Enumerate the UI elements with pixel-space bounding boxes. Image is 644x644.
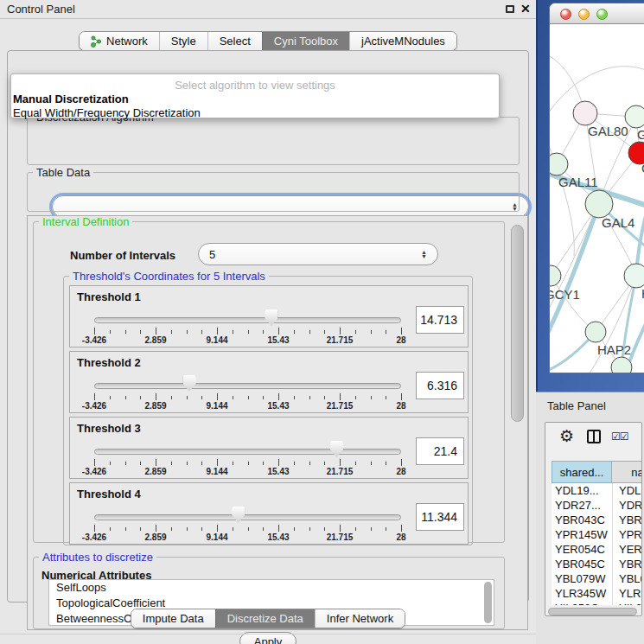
algorithm-hint-option[interactable]: Select algorithm to view settings xyxy=(11,79,499,92)
table-row[interactable]: YBR045CYBR0 xyxy=(552,557,641,571)
tab-jactivemnodules[interactable]: jActiveMNodules xyxy=(349,32,456,50)
table-row[interactable]: YIL052CYIL0 xyxy=(552,601,641,605)
threshold-label: Threshold 1 xyxy=(77,290,141,303)
tick-label: -3.426 xyxy=(82,532,106,542)
scrollbar-thumb[interactable] xyxy=(548,608,637,615)
tick-mark xyxy=(201,462,202,465)
slider-tick-labels: -3.4262.8599.14415.4321.71528 xyxy=(94,467,401,477)
columns-icon[interactable] xyxy=(587,430,601,443)
tick-mark xyxy=(171,527,172,531)
cell-shared-name[interactable]: YBR043C xyxy=(552,513,612,527)
minimize-traffic-light-icon[interactable] xyxy=(578,9,590,20)
cell-name[interactable]: YBR0 xyxy=(612,513,641,527)
checkboxes-icon[interactable]: ☑☑ xyxy=(611,430,628,443)
cell-name[interactable]: YDL1 xyxy=(612,483,641,498)
thresholds-group: Threshold's Coordinates for 5 Intervals … xyxy=(63,276,473,545)
tab-impute-data[interactable]: Impute Data xyxy=(131,609,215,628)
tick-mark xyxy=(355,330,356,334)
cell-shared-name[interactable]: YLR345W xyxy=(552,586,612,601)
network-view-window: GAL80GACGAL11GAL4GCY1HHAP2 xyxy=(549,3,644,373)
slider-handle[interactable] xyxy=(330,441,343,457)
column-header-name[interactable]: na xyxy=(612,461,642,483)
attribute-item-selfloops[interactable]: SelfLoops xyxy=(49,580,494,596)
slider-handle[interactable] xyxy=(265,309,277,326)
cell-name[interactable]: YIL0 xyxy=(612,601,641,605)
threshold-value-field[interactable]: 6.316 xyxy=(416,372,464,399)
tick-mark xyxy=(340,328,341,335)
tab-network[interactable]: Network xyxy=(80,32,159,50)
tab-select[interactable]: Select xyxy=(207,32,262,50)
threshold-value-field[interactable]: 14.713 xyxy=(416,306,464,334)
tick-mark xyxy=(340,459,341,466)
tick-mark xyxy=(233,527,233,531)
cell-name[interactable]: YER0 xyxy=(612,542,641,557)
tab-infer-network[interactable]: Infer Network xyxy=(315,609,405,628)
cell-shared-name[interactable]: YDR27... xyxy=(552,498,612,513)
tick-mark xyxy=(263,462,264,465)
slider-handle[interactable] xyxy=(183,375,196,392)
tab-cyni-toolbox[interactable]: Cyni Toolbox xyxy=(262,32,349,50)
network-node-gal11[interactable] xyxy=(550,153,568,175)
network-node-gcy1[interactable] xyxy=(550,265,561,286)
column-header-shared-name[interactable]: shared... xyxy=(552,461,612,483)
tick-label: 9.144 xyxy=(206,401,227,411)
cell-shared-name[interactable]: YBR045C xyxy=(552,557,612,571)
threshold-value-field[interactable]: 21.4 xyxy=(416,437,464,465)
network-window-titlebar[interactable] xyxy=(550,3,644,24)
network-node-gal4[interactable] xyxy=(585,190,613,218)
table-row[interactable]: YDR27...YDR2 xyxy=(552,498,641,513)
tick-label: 21.715 xyxy=(327,401,354,411)
tick-mark xyxy=(248,527,249,531)
tick-mark xyxy=(371,462,372,465)
node-label: GAL4 xyxy=(602,215,634,230)
cell-name[interactable]: YBR0 xyxy=(612,557,641,571)
tab-style[interactable]: Style xyxy=(159,32,207,50)
threshold-label: Threshold 4 xyxy=(77,488,141,501)
network-node-gal80[interactable] xyxy=(573,101,597,125)
table-row[interactable]: YDL19...YDL1 xyxy=(552,483,641,498)
option-manual-discretization[interactable]: Manual Discretization xyxy=(13,92,129,105)
network-canvas[interactable]: GAL80GACGAL11GAL4GCY1HHAP2 xyxy=(550,24,644,373)
slider-track[interactable] xyxy=(94,514,401,520)
settings-scrollbar[interactable] xyxy=(511,225,524,422)
tick-mark xyxy=(386,462,386,465)
tab-label: Style xyxy=(171,35,196,48)
number-of-intervals-select[interactable]: 5 ▲▼ xyxy=(198,243,438,265)
table-row[interactable]: YBR043CYBR0 xyxy=(552,513,641,527)
cell-shared-name[interactable]: YDL19... xyxy=(552,483,612,498)
cell-shared-name[interactable]: YBL079W xyxy=(552,571,612,586)
network-node-hap2[interactable] xyxy=(585,322,606,342)
cell-name[interactable]: YDR2 xyxy=(612,498,641,513)
option-equal-width-frequency[interactable]: Equal Width/Frequency Discretization xyxy=(13,106,201,119)
table-row[interactable]: YER054CYER0 xyxy=(552,542,641,557)
zoom-traffic-light-icon[interactable] xyxy=(596,9,608,20)
cell-shared-name[interactable]: YER054C xyxy=(552,542,612,557)
table-row[interactable]: YBL079WYBL0 xyxy=(552,571,641,586)
tick-mark xyxy=(94,328,95,335)
slider-tick-labels: -3.4262.8599.14415.4321.71528 xyxy=(94,401,401,411)
tab-discretize-data[interactable]: Discretize Data xyxy=(215,609,315,628)
tick-mark xyxy=(248,396,249,399)
tick-mark xyxy=(156,328,156,335)
slider-track[interactable] xyxy=(94,317,401,323)
cell-name[interactable]: YBL0 xyxy=(612,571,641,586)
slider-track[interactable] xyxy=(94,383,401,389)
close-traffic-light-icon[interactable] xyxy=(560,9,571,20)
tick-label: -3.426 xyxy=(82,467,106,476)
network-node-h[interactable] xyxy=(624,264,644,288)
gear-icon[interactable]: ⚙ xyxy=(559,426,574,446)
table-row[interactable]: YPR145WYPR1 xyxy=(552,527,641,542)
cell-name[interactable]: YPR1 xyxy=(612,527,641,542)
slider-handle[interactable] xyxy=(232,507,245,523)
cell-shared-name[interactable]: YIL052C xyxy=(552,601,612,605)
cell-name[interactable]: YLR3 xyxy=(612,586,641,601)
threshold-value-field[interactable]: 11.344 xyxy=(416,503,464,531)
slider-track[interactable] xyxy=(94,449,401,455)
tick-mark xyxy=(233,462,233,465)
float-window-icon[interactable] xyxy=(506,5,514,13)
close-icon[interactable]: ✕ xyxy=(520,2,531,16)
tick-label: -3.426 xyxy=(82,401,106,411)
cell-shared-name[interactable]: YPR145W xyxy=(552,527,612,542)
table-horizontal-scrollbar[interactable] xyxy=(548,608,639,615)
table-row[interactable]: YLR345WYLR3 xyxy=(552,586,641,601)
